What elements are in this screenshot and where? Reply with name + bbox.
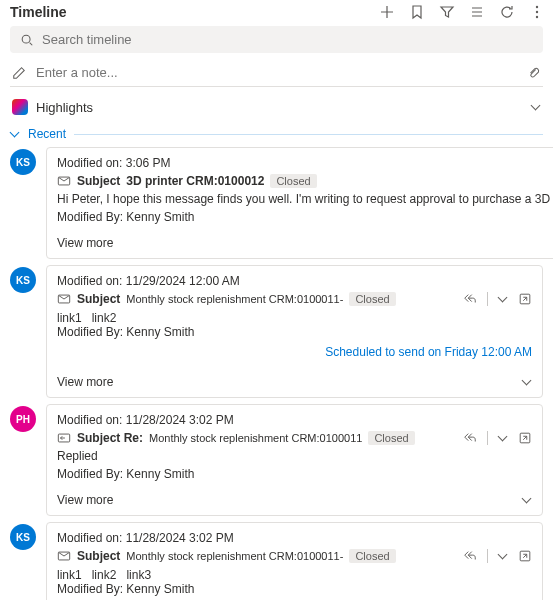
search-input[interactable] bbox=[42, 32, 533, 47]
divider bbox=[487, 292, 488, 306]
status-badge: Closed bbox=[368, 431, 414, 445]
view-more-label: View more bbox=[57, 375, 113, 389]
svg-point-3 bbox=[22, 35, 30, 43]
status-text: Scheduled to send on Friday 12:00 AM bbox=[57, 345, 532, 359]
subject-row: Subject Monthly stock replenishment CRM:… bbox=[57, 292, 532, 306]
link[interactable]: link1 bbox=[57, 311, 82, 325]
avatar: KS bbox=[10, 524, 36, 550]
recent-section[interactable]: Recent bbox=[0, 127, 553, 147]
copilot-icon bbox=[12, 99, 28, 115]
divider bbox=[74, 134, 543, 135]
entry-body[interactable]: Modified on: 11/29/2024 12:00 AM Subject… bbox=[46, 265, 543, 398]
bookmark-icon[interactable] bbox=[409, 4, 425, 20]
reply-icon[interactable] bbox=[463, 549, 477, 563]
email-icon bbox=[57, 174, 71, 188]
subject-text: Monthly stock replenishment CRM:0100011- bbox=[126, 293, 343, 305]
modified-on: Modified on: 11/28/2024 3:02 PM bbox=[57, 413, 532, 427]
subject-label: Subject Re: bbox=[77, 431, 143, 445]
pencil-icon bbox=[12, 66, 26, 80]
open-icon[interactable] bbox=[518, 431, 532, 445]
timeline-header: Timeline bbox=[0, 0, 553, 26]
view-more-row[interactable]: View more bbox=[57, 369, 532, 389]
modified-by: Modified By: Kenny Smith bbox=[57, 210, 553, 224]
email-icon bbox=[57, 292, 71, 306]
divider bbox=[487, 549, 488, 563]
link[interactable]: link3 bbox=[126, 568, 151, 582]
add-icon[interactable] bbox=[379, 4, 395, 20]
more-icon[interactable] bbox=[529, 4, 545, 20]
subject-label: Subject bbox=[77, 174, 120, 188]
view-more-row[interactable]: View more bbox=[57, 230, 553, 250]
highlights-label: Highlights bbox=[36, 100, 93, 115]
subject-text: Monthly stock replenishment CRM:0100011 bbox=[149, 432, 362, 444]
header-actions bbox=[379, 4, 545, 20]
open-icon[interactable] bbox=[518, 292, 532, 306]
view-more-label: View more bbox=[57, 236, 113, 250]
message-preview: Hi Peter, I hope this message finds you … bbox=[57, 192, 553, 206]
chevron-down-icon bbox=[10, 129, 20, 139]
subject-text: Monthly stock replenishment CRM:0100011- bbox=[126, 550, 343, 562]
view-more-row[interactable]: View more bbox=[57, 487, 532, 507]
email-icon bbox=[57, 549, 71, 563]
search-icon bbox=[20, 33, 34, 47]
message-preview: Replied bbox=[57, 449, 532, 463]
timeline-entry: KS Modified on: 3:06 PM Subject 3D print… bbox=[0, 147, 553, 265]
link[interactable]: link2 bbox=[92, 311, 117, 325]
subject-row: Subject 3D printer CRM:0100012 Closed bbox=[57, 174, 553, 188]
note-input[interactable] bbox=[36, 65, 517, 80]
avatar: KS bbox=[10, 267, 36, 293]
link[interactable]: link2 bbox=[92, 568, 117, 582]
subject-label: Subject bbox=[77, 292, 120, 306]
subject-text: 3D printer CRM:0100012 bbox=[126, 174, 264, 188]
reply-icon[interactable] bbox=[463, 292, 477, 306]
timeline-entry: KS Modified on: 11/28/2024 3:02 PM Subje… bbox=[0, 522, 553, 600]
entry-body[interactable]: Modified on: 11/28/2024 3:02 PM Subject … bbox=[46, 404, 543, 516]
recent-label: Recent bbox=[28, 127, 66, 141]
chevron-down-icon[interactable] bbox=[498, 551, 508, 561]
subject-row: Subject Monthly stock replenishment CRM:… bbox=[57, 549, 532, 563]
modified-on: Modified on: 11/28/2024 3:02 PM bbox=[57, 531, 532, 545]
entry-body[interactable]: Modified on: 11/28/2024 3:02 PM Subject … bbox=[46, 522, 543, 600]
modified-by: Modified By: Kenny Smith bbox=[57, 325, 532, 339]
chevron-down-icon bbox=[522, 377, 532, 387]
entry-actions bbox=[463, 549, 532, 563]
highlights-row[interactable]: Highlights bbox=[10, 95, 543, 119]
reply-icon[interactable] bbox=[463, 431, 477, 445]
view-more-label: View more bbox=[57, 493, 113, 507]
email-icon bbox=[57, 431, 71, 445]
status-badge: Closed bbox=[270, 174, 316, 188]
entries-list: KS Modified on: 3:06 PM Subject 3D print… bbox=[0, 147, 553, 600]
entry-actions bbox=[463, 292, 532, 306]
svg-point-2 bbox=[536, 16, 538, 18]
open-icon[interactable] bbox=[518, 549, 532, 563]
entry-body[interactable]: Modified on: 3:06 PM Subject 3D printer … bbox=[46, 147, 553, 259]
list-icon[interactable] bbox=[469, 4, 485, 20]
links: link1link2link3 bbox=[57, 567, 532, 582]
links: link1link2 bbox=[57, 310, 532, 325]
status-badge: Closed bbox=[349, 292, 395, 306]
modified-on: Modified on: 11/29/2024 12:00 AM bbox=[57, 274, 532, 288]
chevron-down-icon[interactable] bbox=[498, 294, 508, 304]
note-row[interactable] bbox=[10, 59, 543, 87]
filter-icon[interactable] bbox=[439, 4, 455, 20]
svg-point-1 bbox=[536, 11, 538, 13]
svg-point-0 bbox=[536, 6, 538, 8]
modified-on: Modified on: 3:06 PM bbox=[57, 156, 553, 170]
entry-actions bbox=[463, 431, 532, 445]
chevron-down-icon[interactable] bbox=[498, 433, 508, 443]
timeline-entry: KS Modified on: 11/29/2024 12:00 AM Subj… bbox=[0, 265, 553, 404]
subject-label: Subject bbox=[77, 549, 120, 563]
chevron-down-icon[interactable] bbox=[531, 102, 541, 112]
subject-row: Subject Re: Monthly stock replenishment … bbox=[57, 431, 532, 445]
modified-by: Modified By: Kenny Smith bbox=[57, 582, 532, 596]
status-badge: Closed bbox=[349, 549, 395, 563]
avatar: PH bbox=[10, 406, 36, 432]
refresh-icon[interactable] bbox=[499, 4, 515, 20]
link[interactable]: link1 bbox=[57, 568, 82, 582]
divider bbox=[487, 431, 488, 445]
attach-icon[interactable] bbox=[527, 66, 541, 80]
page-title: Timeline bbox=[10, 4, 67, 20]
search-bar[interactable] bbox=[10, 26, 543, 53]
timeline-entry: PH Modified on: 11/28/2024 3:02 PM Subje… bbox=[0, 404, 553, 522]
chevron-down-icon bbox=[522, 495, 532, 505]
